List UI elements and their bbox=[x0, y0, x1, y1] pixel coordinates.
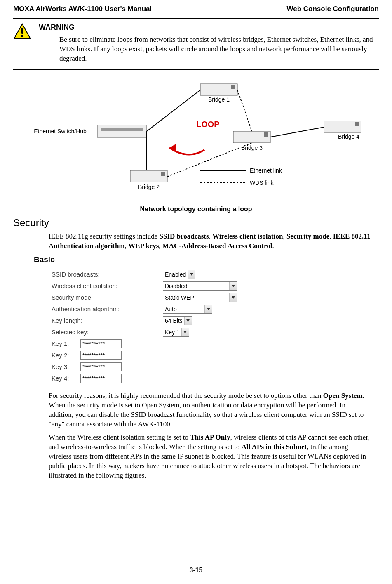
key4-input[interactable]: ********** bbox=[80, 374, 122, 383]
network-loop-diagram: Ethernet Switch/Hub Bridge 1 Bridge 2 Br… bbox=[13, 78, 379, 213]
header-left: MOXA AirWorks AWK-1100 User's Manual bbox=[13, 5, 152, 13]
key3-label: Key 3: bbox=[52, 363, 80, 370]
auth-algo-label: Authentication algorithm: bbox=[52, 305, 163, 312]
key2-label: Key 2: bbox=[52, 352, 80, 359]
svg-marker-22 bbox=[232, 285, 235, 287]
key1-label: Key 1: bbox=[52, 340, 80, 347]
warning-title: WARNING bbox=[39, 23, 375, 32]
diagram-label-loop: LOOP bbox=[196, 120, 220, 129]
svg-rect-6 bbox=[231, 85, 235, 89]
svg-line-16 bbox=[237, 90, 252, 131]
diagram-caption: Network topology containing a loop bbox=[13, 206, 379, 213]
auth-algo-select[interactable]: Auto bbox=[163, 305, 212, 314]
svg-point-2 bbox=[21, 35, 23, 37]
chevron-down-icon bbox=[184, 317, 192, 325]
key-length-select[interactable]: 64 Bits bbox=[163, 316, 192, 325]
diagram-label-wdslink: WDS link bbox=[250, 180, 274, 186]
warning-icon bbox=[13, 23, 31, 40]
warning-text: Be sure to eliminate loops from networks… bbox=[59, 35, 375, 64]
key1-input[interactable]: ********** bbox=[80, 339, 122, 348]
key2-input[interactable]: ********** bbox=[80, 351, 122, 360]
chevron-down-icon bbox=[229, 293, 237, 302]
svg-rect-1 bbox=[21, 28, 23, 34]
ssid-broadcasts-select[interactable]: Enabled bbox=[163, 270, 195, 279]
selected-key-label: Selected key: bbox=[52, 329, 163, 336]
svg-marker-25 bbox=[186, 319, 190, 322]
svg-line-13 bbox=[147, 90, 200, 131]
client-isolation-label: Wireless client isolation: bbox=[52, 282, 163, 289]
chevron-down-icon bbox=[204, 305, 212, 313]
ssid-broadcasts-label: SSID broadcasts: bbox=[52, 271, 163, 278]
svg-rect-8 bbox=[161, 172, 165, 176]
svg-marker-21 bbox=[190, 273, 193, 276]
basic-para-2: When the Wireless client isolation setti… bbox=[49, 433, 371, 480]
diagram-label-ethlink: Ethernet link bbox=[250, 167, 282, 174]
security-intro: IEEE 802.11g security settings include S… bbox=[49, 232, 371, 251]
basic-heading: Basic bbox=[34, 255, 379, 264]
chevron-down-icon bbox=[181, 328, 189, 336]
selected-key-select[interactable]: Key 1 bbox=[163, 328, 189, 337]
security-heading: Security bbox=[13, 217, 379, 229]
basic-form-screenshot: SSID broadcasts: Enabled Wireless client… bbox=[49, 267, 279, 387]
svg-rect-10 bbox=[264, 132, 268, 137]
key4-label: Key 4: bbox=[52, 375, 80, 382]
basic-para-1: For security reasons, it is highly recom… bbox=[49, 391, 371, 429]
client-isolation-select[interactable]: Disabled bbox=[163, 281, 237, 291]
page-number: 3-15 bbox=[0, 567, 392, 574]
diagram-label-bridge4: Bridge 4 bbox=[338, 133, 359, 140]
svg-marker-24 bbox=[207, 308, 210, 310]
chevron-down-icon bbox=[229, 282, 237, 290]
key3-input[interactable]: ********** bbox=[80, 362, 122, 371]
svg-marker-26 bbox=[183, 331, 187, 333]
svg-line-17 bbox=[167, 143, 252, 177]
svg-rect-4 bbox=[101, 128, 143, 131]
svg-rect-12 bbox=[355, 122, 359, 126]
security-mode-label: Security mode: bbox=[52, 294, 163, 301]
header-right: Web Console Configuration bbox=[286, 5, 379, 13]
security-mode-select[interactable]: Static WEP bbox=[163, 293, 237, 302]
svg-marker-23 bbox=[232, 296, 235, 299]
key-length-label: Key length: bbox=[52, 317, 163, 324]
diagram-label-bridge2: Bridge 2 bbox=[138, 184, 159, 190]
svg-line-15 bbox=[270, 127, 324, 137]
diagram-label-bridge1: Bridge 1 bbox=[208, 96, 229, 103]
diagram-label-switch: Ethernet Switch/Hub bbox=[34, 128, 87, 135]
warning-box: WARNING Be sure to eliminate loops from … bbox=[13, 18, 379, 70]
chevron-down-icon bbox=[188, 270, 195, 279]
